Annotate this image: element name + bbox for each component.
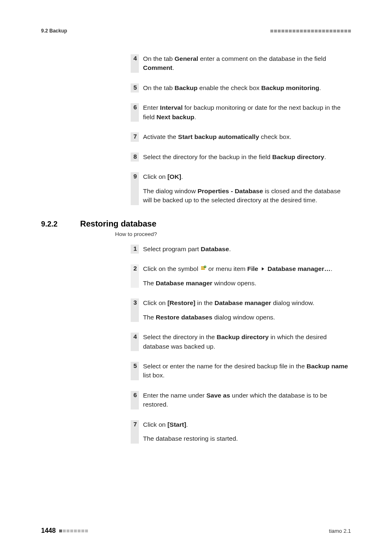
- bold-text: Backup directory: [272, 153, 324, 160]
- bold-text: File: [247, 265, 258, 272]
- step-number: 8: [131, 153, 139, 162]
- step-number: 1: [131, 245, 139, 254]
- step-body: Click on the symbol ? or menu item File …: [143, 264, 351, 288]
- bold-text: Backup monitoring: [261, 84, 319, 91]
- bold-text: General: [175, 55, 198, 62]
- page-footer: 1448 tiamo 2.1: [41, 527, 351, 534]
- step-body: On the tab General enter a comment on th…: [143, 54, 351, 73]
- step-follow-text: The Restore databases dialog window open…: [143, 313, 351, 322]
- step-body: Select the directory in the Backup direc…: [143, 333, 351, 351]
- bold-text: Save as: [206, 392, 230, 399]
- step-follow-text: The database restoring is started.: [143, 434, 351, 443]
- footer-decoration: [59, 530, 88, 532]
- step-item: 8Select the directory for the backup in …: [127, 153, 351, 162]
- bold-text: Start backup automatically: [178, 133, 259, 140]
- step-follow-text: The Database manager window opens.: [143, 279, 351, 288]
- step-number: 5: [131, 83, 139, 92]
- step-number: 4: [131, 54, 139, 73]
- step-text: Enter Interval for backup monitoring or …: [143, 103, 351, 122]
- bold-text: Comment: [143, 64, 172, 71]
- step-body: Click on [Restore] in the Database manag…: [143, 298, 351, 322]
- steps-list-a: 4On the tab General enter a comment on t…: [41, 54, 351, 205]
- step-item: 6Enter Interval for backup monitoring or…: [127, 103, 351, 122]
- step-body: Select program part Database.: [143, 245, 351, 254]
- step-text: Select the directory for the backup in t…: [143, 153, 351, 162]
- step-item: 1Select program part Database.: [127, 245, 351, 254]
- step-text: On the tab Backup enable the check box B…: [143, 83, 351, 92]
- step-text: Click on [Start].: [143, 420, 351, 429]
- steps-list-b: 1Select program part Database.2Click on …: [41, 245, 351, 444]
- step-text: Activate the Start backup automatically …: [143, 132, 351, 141]
- bold-text: Interval: [160, 104, 182, 111]
- step-body: Click on [OK].The dialog window Properti…: [143, 172, 351, 205]
- bold-text: [Start]: [167, 421, 186, 428]
- bold-text: Restore databases: [156, 314, 212, 321]
- step-text: Select program part Database.: [143, 245, 351, 254]
- step-number: 9: [131, 172, 139, 205]
- step-item: 5Select or enter the name for the desire…: [127, 362, 351, 380]
- step-body: Select or enter the name for the desired…: [143, 362, 351, 380]
- header-decoration: [270, 30, 351, 32]
- bold-text: [OK]: [167, 173, 181, 180]
- page-header: 9.2 Backup: [41, 28, 351, 34]
- step-item: 4On the tab General enter a comment on t…: [127, 54, 351, 73]
- step-item: 3Click on [Restore] in the Database mana…: [127, 298, 351, 322]
- step-item: 4Select the directory in the Backup dire…: [127, 333, 351, 351]
- footer-left: 1448: [41, 527, 88, 534]
- svg-text:?: ?: [204, 266, 205, 268]
- step-text: Click on [OK].: [143, 172, 351, 181]
- svg-rect-2: [201, 269, 205, 270]
- step-follow-text: The dialog window Properties - Database …: [143, 187, 351, 205]
- footer-product: tiamo 2.1: [329, 528, 351, 534]
- bold-text: Database manager: [214, 299, 271, 306]
- step-body: On the tab Backup enable the check box B…: [143, 83, 351, 92]
- section-number: 9.2.2: [41, 220, 80, 229]
- step-text: Click on the symbol ? or menu item File …: [143, 264, 351, 273]
- bold-text: [Restore]: [167, 299, 195, 306]
- step-text: Select or enter the name for the desired…: [143, 362, 351, 380]
- bold-text: Database: [201, 245, 229, 252]
- howto-label: How to proceed?: [115, 231, 351, 237]
- step-item: 9Click on [OK].The dialog window Propert…: [127, 172, 351, 205]
- step-number: 2: [131, 264, 139, 288]
- header-section-label: 9.2 Backup: [41, 28, 67, 34]
- step-item: 5On the tab Backup enable the check box …: [127, 83, 351, 92]
- step-number: 3: [131, 298, 139, 322]
- step-item: 7Click on [Start].The database restoring…: [127, 420, 351, 444]
- step-item: 2Click on the symbol ? or menu item File…: [127, 264, 351, 288]
- bold-text: Backup directory: [217, 333, 269, 340]
- step-body: Click on [Start].The database restoring …: [143, 420, 351, 444]
- menu-arrow-icon: [262, 267, 264, 271]
- step-body: Enter Interval for backup monitoring or …: [143, 103, 351, 122]
- step-item: 7Activate the Start backup automatically…: [127, 132, 351, 141]
- page-number: 1448: [41, 527, 56, 534]
- step-number: 7: [131, 420, 139, 444]
- step-body: Activate the Start backup automatically …: [143, 132, 351, 141]
- step-number: 6: [131, 391, 139, 409]
- step-text: Select the directory in the Backup direc…: [143, 333, 351, 351]
- section-title: Restoring database: [80, 219, 157, 229]
- bold-text: Next backup: [157, 113, 194, 120]
- step-number: 4: [131, 333, 139, 351]
- step-body: Enter the name under Save as under which…: [143, 391, 351, 409]
- bold-text: Backup name: [307, 363, 348, 370]
- bold-text: Properties - Database: [198, 187, 263, 194]
- step-item: 6Enter the name under Save as under whic…: [127, 391, 351, 409]
- bold-text: Database manager: [156, 280, 212, 287]
- bold-text: Backup: [175, 84, 198, 91]
- step-text: Click on [Restore] in the Database manag…: [143, 298, 351, 308]
- bold-text: Database manager…: [267, 265, 330, 272]
- step-text: On the tab General enter a comment on th…: [143, 54, 351, 73]
- step-number: 6: [131, 103, 139, 122]
- section-heading: 9.2.2 Restoring database: [41, 219, 351, 229]
- step-body: Select the directory for the backup in t…: [143, 153, 351, 162]
- page: 9.2 Backup 4On the tab General enter a c…: [0, 0, 392, 555]
- step-number: 5: [131, 362, 139, 380]
- step-text: Enter the name under Save as under which…: [143, 391, 351, 409]
- database-icon: ?: [200, 265, 207, 272]
- step-number: 7: [131, 132, 139, 141]
